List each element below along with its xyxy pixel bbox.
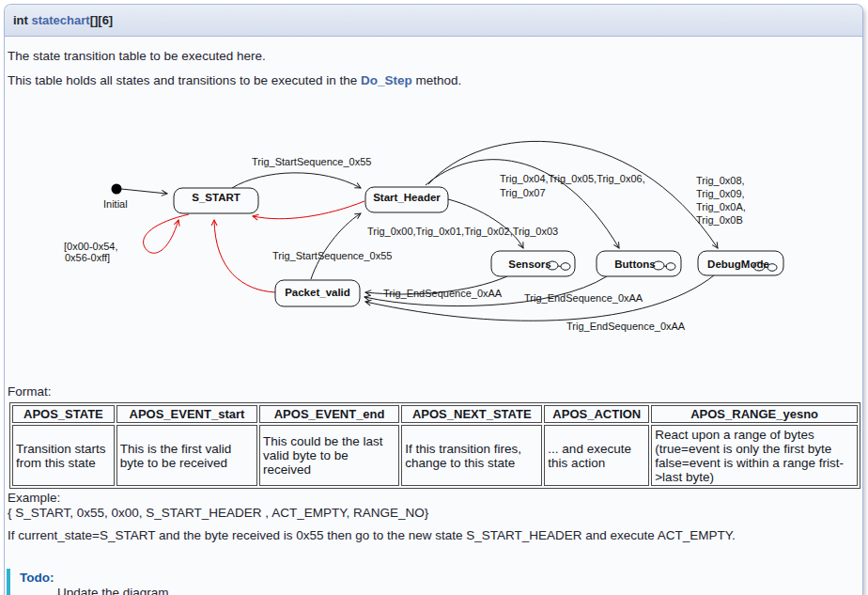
example-explanation: If current_state=S_START and the byte re…	[8, 528, 736, 543]
transition-s-start-to-start-header: Trig_StartSequence_0x55	[232, 156, 371, 188]
svg-text:Trig_0x04,Trig_0x05,Trig_0x06,: Trig_0x04,Trig_0x05,Trig_0x06,	[500, 173, 645, 184]
transition-packet-valid-to-start-header: Trig_StartSequence_0x55	[272, 213, 392, 279]
state-start-header: Start_Header	[365, 187, 448, 212]
svg-text:DebugMode: DebugMode	[707, 258, 769, 270]
table-cell: This could be the last valid byte to be …	[259, 425, 399, 486]
transition-s-start-self-loop: [0x00-0x54, 0x56-0xff]	[64, 214, 189, 263]
table-cell: ... and execute this action	[544, 425, 649, 486]
type-keyword: int	[13, 13, 32, 27]
transition-initial-to-s-start	[121, 189, 167, 194]
todo-title: Todo:	[20, 571, 395, 586]
column-header: APOS_ACTION	[544, 405, 649, 423]
member-prototype-header: int statechart[][6]	[5, 5, 862, 37]
state-debugmode: DebugMode	[698, 251, 783, 275]
svg-text:Trig_EndSequence_0xAA: Trig_EndSequence_0xAA	[566, 321, 686, 332]
initial-state-node: Initial	[103, 184, 128, 211]
intro-paragraph-1: The state transition table to be execute…	[8, 49, 266, 64]
svg-text:Sensors: Sensors	[508, 258, 550, 270]
svg-text:Trig_EndSequence_0xAA: Trig_EndSequence_0xAA	[383, 288, 503, 299]
transition-start-header-to-s-start	[253, 201, 364, 219]
svg-text:Trig_EndSequence_0xAA: Trig_EndSequence_0xAA	[524, 292, 643, 304]
svg-text:0x56-0xff]: 0x56-0xff]	[65, 252, 110, 263]
svg-text:Packet_valid: Packet_valid	[285, 287, 350, 298]
column-header: APOS_STATE	[12, 405, 115, 423]
state-packet-valid: Packet_valid	[275, 280, 360, 306]
state-s-start: S_START	[174, 188, 258, 213]
table-cell: Transition starts from this state	[12, 425, 115, 486]
svg-text:Trig_0x00,Trig_0x01,Trig_0x02,: Trig_0x00,Trig_0x01,Trig_0x02,Trig_0x03	[367, 226, 558, 237]
transition-packet-valid-to-s-start	[214, 220, 275, 292]
svg-text:Trig_0x09,: Trig_0x09,	[696, 188, 745, 199]
todo-section: Todo: Update the diagram	[7, 569, 395, 595]
do-step-link[interactable]: Do_Step	[361, 73, 412, 87]
svg-text:Trig_0x0A,: Trig_0x0A,	[696, 201, 746, 212]
svg-text:[0x00-0x54,: [0x00-0x54,	[64, 241, 117, 252]
member-suffix: [][6]	[90, 13, 114, 27]
table-cell: If this transition fires, change to this…	[401, 425, 542, 486]
svg-text:Trig_StartSequence_0x55: Trig_StartSequence_0x55	[272, 250, 392, 261]
state-buttons: Buttons	[597, 251, 681, 276]
svg-text:Trig_0x0B: Trig_0x0B	[696, 214, 743, 226]
initial-state-dot	[112, 184, 122, 195]
svg-text:Trig_0x07: Trig_0x07	[500, 187, 546, 198]
format-label: Format:	[8, 384, 52, 399]
state-sensors: Sensors	[491, 251, 575, 276]
format-table: APOS_STATE APOS_EVENT_start APOS_EVENT_e…	[9, 402, 860, 489]
doxygen-page: { "header": { "keyword": "int ", "name":…	[0, 0, 868, 595]
member-item-frame: int statechart[][6] The state transition…	[4, 4, 863, 595]
p2-text-after: method.	[412, 73, 462, 87]
example-block: Example:{ S_START, 0x55, 0x00, S_START_H…	[8, 491, 428, 521]
svg-text:Start_Header: Start_Header	[373, 192, 441, 203]
svg-text:Trig_0x08,: Trig_0x08,	[696, 175, 745, 186]
member-name: statechart	[32, 13, 90, 27]
svg-text:Buttons: Buttons	[614, 258, 655, 270]
table-cell: React upon a range of bytes (true=event …	[651, 425, 858, 486]
statechart-diagram: Trig_StartSequence_0x55 Trig_0x00,Trig_0…	[5, 122, 862, 371]
transition-debugmode-to-packet-valid: Trig_EndSequence_0xAA	[365, 275, 714, 332]
column-header: APOS_EVENT_end	[259, 405, 399, 423]
column-header: APOS_EVENT_start	[116, 405, 257, 423]
table-cell: This is the first valid byte to be recei…	[116, 425, 257, 486]
format-table-header-row: APOS_STATE APOS_EVENT_start APOS_EVENT_e…	[12, 405, 858, 423]
initial-state-label: Initial	[103, 198, 128, 210]
format-table-body-row: Transition starts from this state This i…	[12, 425, 858, 486]
column-header: APOS_NEXT_STATE	[401, 405, 542, 423]
example-code: { S_START, 0x55, 0x00, S_START_HEADER , …	[8, 506, 428, 520]
example-label: Example:	[8, 491, 60, 505]
svg-text:Trig_StartSequence_0x55: Trig_StartSequence_0x55	[252, 156, 371, 167]
p2-text-before: This table holds all states and transiti…	[8, 73, 361, 87]
transition-sensors-to-packet-valid: Trig_EndSequence_0xAA	[365, 276, 507, 299]
column-header: APOS_RANGE_yesno	[651, 405, 858, 423]
intro-paragraph-2: This table holds all states and transiti…	[8, 73, 461, 88]
todo-text: Update the diagram	[57, 586, 395, 595]
svg-text:S_START: S_START	[192, 192, 240, 203]
